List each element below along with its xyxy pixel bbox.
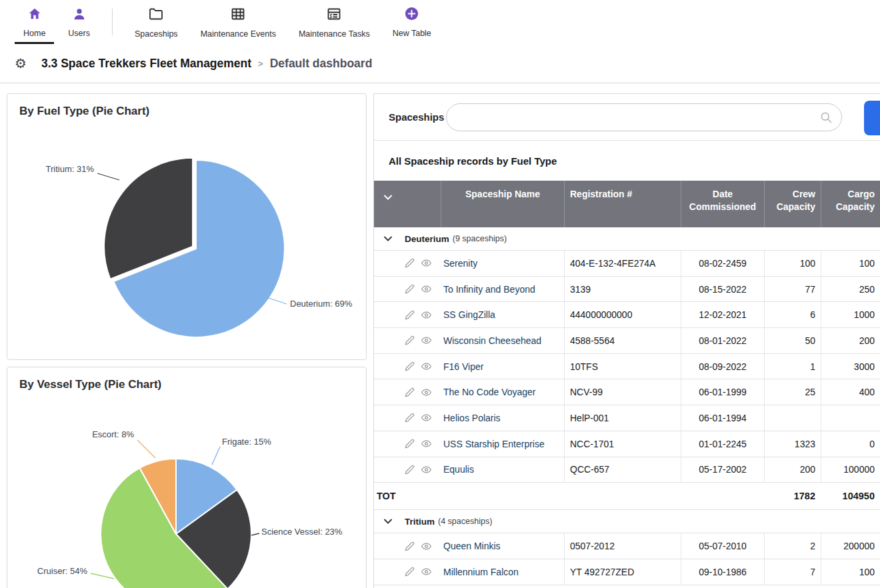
cell-spaceship-name: Serenity [441, 251, 564, 276]
table-row[interactable]: The No Code VoyagerNCV-9906-01-199925400 [374, 379, 880, 405]
row-actions [374, 533, 441, 559]
edit-pencil-icon[interactable] [405, 387, 415, 397]
table-row[interactable]: USS Starship EnterpriseNCC-170101-01-224… [374, 431, 880, 457]
cell-registration: QCC-657 [564, 457, 681, 483]
header-cell-expand [374, 181, 441, 227]
cell-spaceship-name: Helios Polaris [441, 405, 564, 431]
spaceships-panel: Spaceships All Spaceship records by Fuel… [373, 93, 880, 588]
nav-tab-new-table[interactable]: New Table [381, 0, 443, 44]
cell-spaceship-name: Wisconsin Cheesehead [441, 328, 564, 353]
edit-pencil-icon[interactable] [405, 335, 415, 345]
view-eye-icon[interactable] [421, 284, 432, 294]
group-count: (9 spaceships) [453, 234, 507, 243]
view-eye-icon[interactable] [421, 567, 432, 577]
cell-spaceship-name: To Infinity and Beyond [441, 277, 564, 302]
view-eye-icon[interactable] [421, 439, 432, 449]
nav-tab-maintenance-tasks[interactable]: Maintenance Tasks [287, 0, 381, 44]
breadcrumb-separator: > [258, 59, 263, 69]
nav-tab-label: Home [23, 29, 45, 38]
edit-pencil-icon[interactable] [405, 284, 415, 294]
edit-pencil-icon[interactable] [405, 258, 415, 268]
cell-date-commissioned: 08-15-2022 [681, 277, 764, 302]
edit-pencil-icon[interactable] [405, 361, 415, 371]
plus-circle-icon [404, 6, 419, 24]
nav-tab-maintenance-events[interactable]: Maintenance Events [189, 0, 287, 44]
breadcrumb: ⚙ 3.3 Space Trekkers Fleet Management > … [0, 44, 880, 83]
edit-pencil-icon[interactable] [405, 439, 415, 449]
cell-crew-capacity [764, 405, 821, 431]
column-header-cargo-capacity: Cargo Capacity [821, 181, 880, 227]
view-eye-icon[interactable] [421, 258, 432, 268]
view-eye-icon[interactable] [421, 310, 432, 320]
top-nav: Home Users Spaceships Maintenance Events… [0, 0, 880, 44]
edit-pencil-icon[interactable] [405, 310, 415, 320]
chevron-down-icon[interactable] [384, 191, 392, 203]
gear-icon[interactable]: ⚙ [15, 57, 27, 70]
vessel-type-pie-chart: Frigate: 15%Science Vessel: 23%Cruiser: … [7, 367, 367, 588]
primary-action-button[interactable] [864, 101, 880, 135]
group-count: (4 spaceships) [438, 517, 492, 526]
cell-registration: YT 492727ZED [564, 559, 681, 585]
group-name: Deuterium [405, 234, 449, 244]
view-eye-icon[interactable] [421, 387, 432, 397]
table-row[interactable]: To Infinity and Beyond313908-15-20227725… [374, 277, 880, 303]
nav-tab-home[interactable]: Home [12, 0, 57, 44]
edit-pencil-icon[interactable] [405, 465, 415, 475]
table-body: Deuterium(9 spaceships)Serenity404-E-132… [374, 227, 880, 585]
column-header-date-commissioned: Date Commissioned [681, 181, 764, 227]
cell-cargo-capacity: 0 [821, 431, 880, 457]
group-name: Tritium [405, 517, 435, 527]
chevron-down-icon[interactable] [384, 236, 392, 241]
app-title: 3.3 Space Trekkers Fleet Management [41, 57, 251, 71]
row-actions [374, 328, 441, 353]
search-input[interactable] [446, 103, 842, 131]
table-row[interactable]: F16 Viper10TFS08-09-202213000 [374, 354, 880, 380]
view-eye-icon[interactable] [421, 413, 432, 423]
table-row[interactable]: SS GingZilla44400000000012-02-202161000 [374, 302, 880, 328]
view-eye-icon[interactable] [421, 541, 432, 551]
cell-registration: 404-E-132-4FE274A [564, 251, 681, 276]
table-row[interactable]: Wisconsin Cheesehead4588-556408-01-20225… [374, 328, 880, 354]
table-row[interactable]: Helios PolarisHelP-00106-01-1994 [374, 405, 880, 431]
edit-pencil-icon[interactable] [405, 413, 415, 423]
table-row[interactable]: Millennium FalconYT 492727ZED09-10-19867… [374, 559, 880, 585]
page-title: Default dashboard [270, 57, 373, 71]
cell-cargo-capacity [821, 405, 880, 431]
cell-crew-capacity: 25 [764, 379, 821, 405]
cell-date-commissioned: 08-02-2459 [681, 251, 764, 276]
column-header-spaceship-name: Spaceship Name [441, 181, 564, 227]
row-actions [374, 354, 441, 379]
cell-cargo-capacity: 200000 [821, 533, 880, 559]
edit-pencil-icon[interactable] [405, 567, 415, 577]
cell-cargo-capacity: 400 [821, 379, 880, 405]
nav-tab-spaceships[interactable]: Spaceships [123, 0, 189, 44]
vessel-type-pie-card: By Vessel Type (Pie Chart) Frigate: 15%S… [7, 367, 367, 588]
cell-registration: 3139 [564, 277, 681, 302]
group-header-row[interactable]: Tritium(4 spaceships) [374, 510, 880, 533]
chevron-down-icon[interactable] [384, 519, 392, 524]
column-header-registration: Registration # [564, 181, 681, 227]
filter-label: Spaceships [389, 111, 444, 123]
row-actions [374, 559, 441, 585]
view-eye-icon[interactable] [421, 465, 432, 475]
cell-spaceship-name: SS GingZilla [441, 302, 564, 327]
totals-crew: 1782 [764, 483, 821, 509]
cell-date-commissioned: 09-10-1986 [681, 559, 764, 585]
row-actions [374, 431, 441, 457]
nav-tab-users[interactable]: Users [57, 0, 101, 44]
group-header-row[interactable]: Deuterium(9 spaceships) [374, 227, 880, 251]
folder-icon [148, 6, 164, 25]
view-eye-icon[interactable] [421, 335, 432, 345]
row-actions [374, 379, 441, 405]
cell-spaceship-name: The No Code Voyager [441, 379, 564, 405]
table-row[interactable]: EquulisQCC-65705-17-2002200100000 [374, 457, 880, 483]
view-eye-icon[interactable] [421, 361, 432, 371]
cell-cargo-capacity: 1000 [821, 302, 880, 327]
cell-crew-capacity: 77 [764, 277, 821, 302]
chart-title: By Fuel Type (Pie Chart) [19, 105, 149, 118]
cell-spaceship-name: F16 Viper [441, 354, 564, 379]
edit-pencil-icon[interactable] [405, 541, 415, 551]
fuel-type-pie-card: By Fuel Type (Pie Chart) Deuterium: 69%T… [7, 93, 367, 360]
table-row[interactable]: Serenity404-E-132-4FE274A08-02-245910010… [374, 251, 880, 277]
table-row[interactable]: Queen Minkis0507-201205-07-20102200000 [374, 533, 880, 559]
